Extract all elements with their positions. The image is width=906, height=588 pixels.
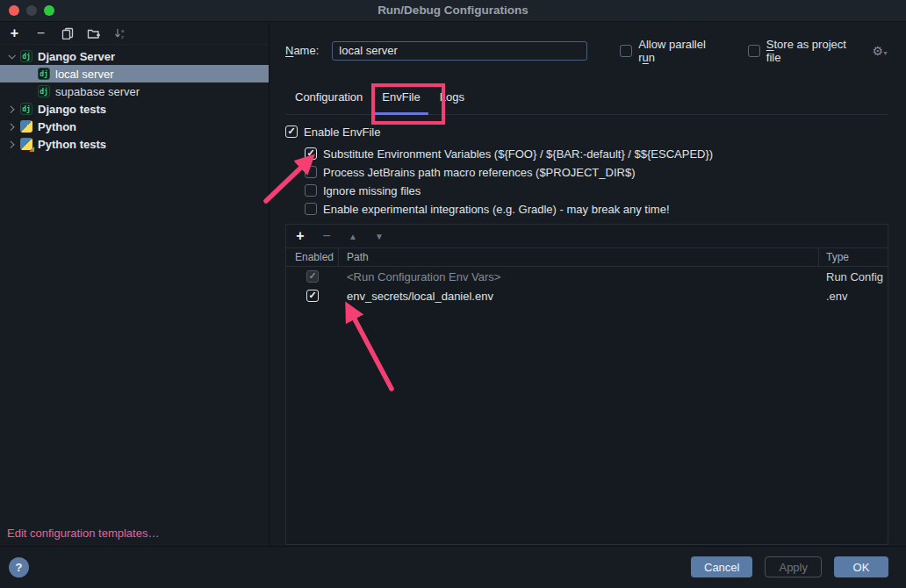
django-icon: dj [20, 50, 32, 62]
row-path: <Run Configuration Env Vars> [339, 270, 819, 283]
new-folder-icon[interactable] [87, 26, 100, 39]
help-icon[interactable]: ? [9, 557, 29, 577]
row-enabled-checkbox[interactable]: ✓ [306, 290, 319, 302]
chevron-right-icon[interactable] [4, 141, 18, 147]
tree-item-python[interactable]: Python [0, 118, 269, 135]
sort-configurations-icon[interactable]: az [113, 26, 126, 39]
tree-item-django-tests[interactable]: dj Django tests [0, 100, 269, 118]
copy-configuration-icon[interactable] [61, 26, 74, 39]
django-icon: dj [38, 68, 50, 80]
remove-env-file-icon[interactable]: − [320, 228, 333, 244]
chevron-right-icon[interactable] [4, 106, 18, 111]
tree-item-python-tests[interactable]: Python tests [0, 135, 269, 153]
envfile-table: + − ▲ ▼ Enabled Path Type ✓ <Run Configu… [285, 224, 888, 545]
tree-item-supabase-server[interactable]: dj supabase server [0, 82, 269, 100]
table-header: Enabled Path Type [286, 248, 888, 267]
store-as-project-file-label: Store as project file [766, 38, 864, 64]
tree-item-label: supabase server [55, 85, 140, 98]
option-label: Ignore missing files [323, 184, 421, 197]
allow-parallel-run-label: Allow parallel run [638, 38, 725, 64]
substitute-env-vars-checkbox[interactable]: ✓ [305, 147, 317, 160]
dialog-title: Run/Debug Configurations [0, 4, 906, 17]
option-substitute-env-vars[interactable]: ✓ Substitute Environment Variables (${FO… [305, 147, 888, 160]
configurations-sidebar: + − az dj Django Server [0, 22, 270, 546]
ok-button[interactable]: OK [834, 556, 888, 577]
experimental-integrations-checkbox[interactable]: ✓ [305, 203, 317, 215]
tree-item-label: Django Server [38, 50, 115, 63]
django-tests-icon: dj [20, 103, 32, 115]
option-label: Process JetBrains path macro references … [323, 166, 635, 179]
sidebar-toolbar: + − az [0, 22, 269, 45]
move-up-icon[interactable]: ▲ [347, 232, 359, 241]
store-as-project-file-option[interactable]: ✓ Store as project file ⚙▼ [748, 38, 888, 64]
remove-configuration-icon[interactable]: − [34, 26, 47, 39]
name-label: Name: [285, 44, 319, 57]
tree-item-django-server[interactable]: dj Django Server [0, 47, 269, 65]
cancel-button[interactable]: Cancel [691, 556, 752, 577]
enable-envfile-checkbox[interactable]: ✓ [285, 125, 298, 138]
option-label: Substitute Environment Variables (${FOO}… [323, 147, 713, 161]
svg-text:z: z [121, 34, 124, 39]
titlebar: Run/Debug Configurations [0, 0, 906, 22]
move-down-icon[interactable]: ▼ [373, 232, 385, 241]
table-row-run-config-env-vars[interactable]: ✓ <Run Configuration Env Vars> Run Confi… [286, 267, 888, 286]
tree-item-label: Django tests [38, 103, 106, 116]
name-row: Name: ✓ Allow parallel run ✓ Store as pr… [285, 40, 888, 61]
tab-envfile[interactable]: EnvFile [372, 84, 429, 114]
apply-button[interactable]: Apply [765, 556, 822, 577]
chevron-right-icon[interactable] [4, 124, 18, 129]
edit-configuration-templates-link[interactable]: Edit configuration templates… [0, 527, 269, 546]
configuration-detail-panel: Name: ✓ Allow parallel run ✓ Store as pr… [270, 22, 906, 546]
column-header-type[interactable]: Type [819, 248, 888, 266]
add-env-file-icon[interactable]: + [294, 228, 306, 244]
name-input[interactable] [332, 41, 587, 61]
run-debug-configurations-dialog: Run/Debug Configurations + − az [0, 0, 906, 588]
row-enabled-checkbox: ✓ [306, 270, 319, 283]
option-ignore-missing-files[interactable]: ✓ Ignore missing files [305, 184, 888, 197]
tab-logs[interactable]: Logs [430, 84, 474, 114]
ignore-missing-files-checkbox[interactable]: ✓ [305, 184, 317, 197]
add-configuration-icon[interactable]: + [8, 26, 21, 39]
column-header-path[interactable]: Path [339, 248, 819, 266]
tab-configuration[interactable]: Configuration [285, 84, 372, 114]
python-tests-icon [20, 138, 32, 150]
enable-envfile-option[interactable]: ✓ Enable EnvFile [285, 123, 888, 140]
configuration-tabs: Configuration EnvFile Logs [285, 84, 888, 115]
option-experimental-integrations[interactable]: ✓ Enable experimental integrations (e.g.… [305, 203, 888, 215]
tree-item-label: Python [38, 120, 76, 133]
table-row-env-secrets[interactable]: ✓ env_secrets/local_daniel.env .env [286, 286, 888, 305]
django-icon: dj [38, 85, 50, 97]
store-settings-gear-icon[interactable]: ⚙▼ [873, 44, 889, 58]
tree-item-local-server[interactable]: dj local server [0, 65, 269, 82]
process-path-macros-checkbox[interactable]: ✓ [305, 166, 317, 178]
store-as-project-file-checkbox[interactable]: ✓ [748, 45, 760, 57]
column-header-enabled[interactable]: Enabled [286, 248, 339, 266]
allow-parallel-run-checkbox[interactable]: ✓ [620, 45, 632, 57]
envfile-options: ✓ Substitute Environment Variables (${FO… [305, 147, 888, 215]
tree-item-label: Python tests [38, 138, 106, 151]
row-path: env_secrets/local_daniel.env [339, 290, 819, 303]
tree-item-label: local server [55, 68, 113, 81]
option-label: Enable experimental integrations (e.g. G… [323, 203, 670, 216]
chevron-down-icon[interactable] [4, 54, 18, 59]
footer-buttons: Cancel Apply OK [691, 556, 888, 577]
svg-text:a: a [121, 28, 125, 33]
enable-envfile-label: Enable EnvFile [304, 125, 380, 139]
allow-parallel-run-option[interactable]: ✓ Allow parallel run [620, 38, 725, 64]
configurations-tree: dj Django Server dj local server dj supa… [0, 45, 269, 153]
row-type: Run Config [819, 270, 888, 283]
row-type: .env [819, 290, 888, 303]
dialog-footer: ? Cancel Apply OK [0, 546, 906, 587]
option-process-path-macros[interactable]: ✓ Process JetBrains path macro reference… [305, 166, 888, 178]
python-icon [20, 120, 32, 133]
envfile-table-toolbar: + − ▲ ▼ [286, 225, 888, 248]
